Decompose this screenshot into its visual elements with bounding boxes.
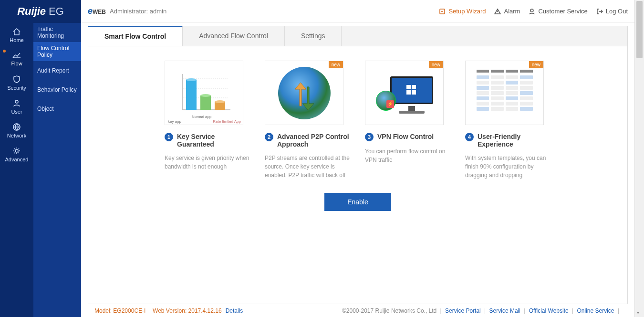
topbar: eWEB Administrator: admin Setup Wizard A… bbox=[81, 0, 634, 23]
tab-container: Smart Flow Control Advanced Flow Control… bbox=[88, 26, 628, 46]
bolt-icon: ⚡ bbox=[386, 100, 394, 108]
log-out-link[interactable]: Log Out bbox=[596, 8, 628, 15]
card-illustration-template: new bbox=[465, 61, 544, 125]
badge-new: new bbox=[529, 61, 543, 68]
logout-icon bbox=[596, 8, 603, 15]
sidebar-icon-flow[interactable]: Flow bbox=[0, 47, 33, 71]
subnav-object[interactable]: Object bbox=[33, 99, 81, 118]
footer-link-official-website[interactable]: Official Website bbox=[529, 307, 569, 314]
card-desc-1: Key service is given priority when bandw… bbox=[165, 154, 250, 171]
svg-point-4 bbox=[530, 9, 533, 12]
sidebar-icon-home[interactable]: Home bbox=[0, 23, 33, 47]
svg-rect-18 bbox=[406, 90, 411, 95]
svg-point-0 bbox=[15, 100, 18, 103]
flow-icon bbox=[12, 52, 21, 59]
subnav-flow-control-policy[interactable]: Flow Control Policy bbox=[33, 42, 81, 61]
sidebar-icon-advanced[interactable]: Advanced bbox=[0, 142, 33, 166]
chart-label-normal: Normal app bbox=[192, 115, 211, 119]
alarm-link[interactable]: Alarm bbox=[494, 8, 520, 15]
network-icon bbox=[12, 123, 21, 131]
card-p2p-control: new 2 Advanced P2P Control Approach P2P … bbox=[265, 61, 351, 180]
sidebar-icon-user[interactable]: User bbox=[0, 95, 33, 118]
card-illustration-chart: key app Normal app Rate-limited App bbox=[165, 61, 243, 125]
card-key-service: key app Normal app Rate-limited App 1 Ke… bbox=[165, 61, 250, 180]
eweb-logo: eWEB bbox=[88, 6, 106, 16]
headset-icon bbox=[529, 8, 535, 15]
sidebar: Ruijie EG Home Flow Security bbox=[0, 0, 81, 317]
badge-new: new bbox=[329, 61, 343, 68]
card-vpn-flow: new ⚡ 3 VPN Flow Contr bbox=[365, 61, 451, 180]
svg-point-2 bbox=[15, 149, 18, 152]
card-title-4: User-Friendly Experience bbox=[478, 133, 551, 148]
card-desc-2: P2P streams are controlled at the source… bbox=[265, 154, 351, 180]
card-desc-4: With system templates, you can finish 90… bbox=[465, 154, 551, 180]
gear-icon bbox=[12, 147, 21, 155]
subnav-traffic-monitoring[interactable]: Traffic Monitoring bbox=[33, 23, 81, 42]
window-scrollbar[interactable]: ▾ bbox=[634, 0, 644, 317]
footer-copyright: ©2000-2017 Ruijie Networks Co., Ltd bbox=[342, 307, 436, 314]
chart-label-key: key app bbox=[168, 119, 181, 124]
card-user-friendly: new 4 User-Friendly Experience With syst… bbox=[465, 61, 551, 180]
svg-rect-10 bbox=[186, 80, 197, 110]
svg-point-13 bbox=[200, 94, 211, 97]
svg-rect-16 bbox=[406, 85, 411, 89]
svg-rect-17 bbox=[412, 85, 416, 89]
chart-label-rate: Rate-limited App bbox=[213, 119, 241, 124]
content-area: key app Normal app Rate-limited App 1 Ke… bbox=[88, 46, 628, 304]
shield-icon bbox=[12, 75, 21, 84]
bullet-2: 2 bbox=[265, 133, 273, 141]
tab-settings[interactable]: Settings bbox=[285, 26, 342, 46]
subnav: Traffic Monitoring Flow Control Policy A… bbox=[33, 23, 81, 317]
subnav-audit-report[interactable]: Audit Report bbox=[33, 61, 81, 80]
scrollbar-thumb[interactable] bbox=[636, 1, 643, 58]
home-icon bbox=[12, 27, 21, 36]
wizard-icon bbox=[439, 8, 446, 15]
footer: Model: EG2000CE-I Web Version: 2017.4.12… bbox=[88, 304, 628, 317]
svg-point-11 bbox=[186, 78, 197, 81]
bullet-4: 4 bbox=[465, 133, 474, 141]
card-title-1: Key Service Guaranteed bbox=[177, 133, 250, 148]
icon-rail: Home Flow Security User Network bbox=[0, 23, 33, 317]
admin-label: Administrator: admin bbox=[110, 8, 166, 15]
footer-model: Model: EG2000CE-I bbox=[94, 307, 145, 314]
arrows-icon bbox=[290, 80, 319, 113]
svg-rect-12 bbox=[200, 95, 211, 110]
sidebar-icon-security[interactable]: Security bbox=[0, 71, 33, 95]
enable-button[interactable]: Enable bbox=[324, 193, 391, 211]
svg-rect-19 bbox=[412, 90, 416, 95]
tab-smart-flow-control[interactable]: Smart Flow Control bbox=[88, 26, 183, 46]
card-desc-3: You can perform flow control on VPN traf… bbox=[365, 147, 451, 164]
footer-version: Web Version: 2017.4.12.16 bbox=[153, 307, 222, 314]
brand-logo: Ruijie EG bbox=[0, 0, 81, 23]
tab-advanced-flow-control[interactable]: Advanced Flow Control bbox=[183, 26, 285, 46]
bullet-1: 1 bbox=[165, 133, 173, 141]
badge-new: new bbox=[429, 61, 443, 68]
user-icon bbox=[12, 99, 21, 107]
card-title-2: Advanced P2P Control Approach bbox=[277, 133, 351, 148]
footer-link-service-mail[interactable]: Service Mail bbox=[489, 307, 520, 314]
card-illustration-globe: new bbox=[265, 61, 343, 125]
windows-icon bbox=[405, 84, 418, 96]
footer-details-link[interactable]: Details bbox=[226, 307, 243, 314]
scrollbar-arrow-down-icon[interactable]: ▾ bbox=[637, 310, 639, 315]
sidebar-icon-network[interactable]: Network bbox=[0, 118, 33, 142]
svg-point-15 bbox=[215, 100, 225, 103]
customer-service-link[interactable]: Customer Service bbox=[529, 8, 587, 15]
setup-wizard-link[interactable]: Setup Wizard bbox=[439, 8, 486, 15]
bullet-3: 3 bbox=[365, 133, 374, 141]
footer-link-service-portal[interactable]: Service Portal bbox=[445, 307, 481, 314]
alarm-icon bbox=[494, 8, 501, 15]
card-title-3: VPN Flow Control bbox=[377, 133, 434, 140]
footer-link-online-service[interactable]: Online Service bbox=[577, 307, 614, 314]
card-illustration-monitor: new ⚡ bbox=[365, 61, 444, 125]
subnav-behavior-policy[interactable]: Behavior Policy bbox=[33, 80, 81, 99]
